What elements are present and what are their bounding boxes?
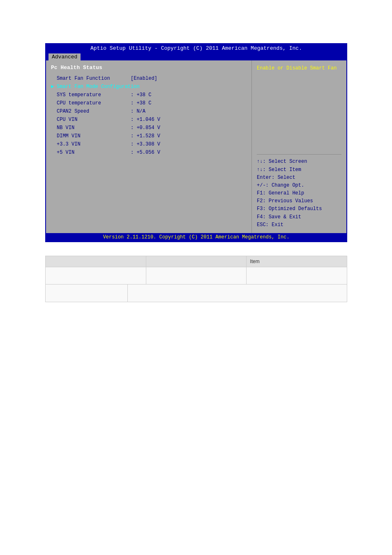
menu-item-5-vin[interactable]: +5 VIN : +5.056 V <box>51 149 247 156</box>
arrow-icon <box>51 141 55 148</box>
item-value: : +1.046 V <box>131 116 160 123</box>
table-data-cell-1-3 <box>247 267 347 284</box>
table-header-col3: Item <box>247 256 347 267</box>
menu-item-cpan2-speed[interactable]: CPAN2 Speed : N/A <box>51 108 247 115</box>
table-header-col1 <box>46 256 146 267</box>
table-header-col2 <box>146 256 247 267</box>
item-label: SYS temperature <box>57 91 131 99</box>
below-table: Item <box>45 256 347 302</box>
bios-body: Pc Health Status Smart Fan Function [Ena… <box>46 60 346 233</box>
item-label: Smart Fan Mode Configuration <box>57 83 140 90</box>
table-data-cell-1-2 <box>146 267 247 284</box>
menu-item-smart-fan-mode[interactable]: ► Smart Fan Mode Configuration <box>51 83 247 90</box>
bios-window: Aptio Setup Utility - Copyright (C) 2011… <box>45 43 347 242</box>
arrow-icon <box>51 99 55 107</box>
key-help-f1: F1: General Help <box>257 190 341 197</box>
tab-advanced[interactable]: Advanced <box>48 53 81 60</box>
item-label: CPAN2 Speed <box>57 108 131 115</box>
item-label: Smart Fan Function <box>57 75 131 82</box>
item-value: : +3.308 V <box>131 141 160 148</box>
item-value: : +0.854 V <box>131 124 160 132</box>
key-help-f4: F4: Save & Exit <box>257 213 341 221</box>
item-label: +3.3 VIN <box>57 141 131 148</box>
arrow-icon <box>51 75 55 82</box>
key-help-change-opt: +/-: Change Opt. <box>257 182 341 190</box>
arrow-icon <box>51 124 55 132</box>
menu-item-sys-temp[interactable]: SYS temperature : +38 C <box>51 91 247 99</box>
bios-tab-bar: Advanced <box>46 53 346 60</box>
arrow-icon <box>51 132 55 140</box>
key-help-select-item: ↑↓: Select Item <box>257 166 341 174</box>
key-help-f3: F3: Optimized Defaults <box>257 205 341 213</box>
item-label: +5 VIN <box>57 149 131 156</box>
key-help-f2: F2: Previous Values <box>257 197 341 205</box>
item-value: [Enabled] <box>131 75 157 82</box>
item-label: NB VIN <box>57 124 131 132</box>
menu-item-cpu-temp[interactable]: CPU temperature : +38 C <box>51 99 247 107</box>
menu-item-smart-fan-function[interactable]: Smart Fan Function [Enabled] <box>51 75 247 82</box>
menu-item-dimm-vin[interactable]: DIMM VIN : +1.528 V <box>51 132 247 140</box>
help-text: Enable or Disable Smart Fan <box>257 65 341 72</box>
arrow-icon <box>51 108 55 115</box>
item-value: : N/A <box>131 108 145 115</box>
bios-title: Aptio Setup Utility - Copyright (C) 2011… <box>46 44 346 53</box>
table-header-row: Item <box>46 256 347 267</box>
item-label: DIMM VIN <box>57 132 131 140</box>
bios-right-panel: Enable or Disable Smart Fan ↑↓: Select S… <box>252 60 346 233</box>
menu-item-nb-vin[interactable]: NB VIN : +0.854 V <box>51 124 247 132</box>
bios-left-panel: Pc Health Status Smart Fan Function [Ena… <box>46 60 252 233</box>
key-help-esc: ESC: Exit <box>257 221 341 229</box>
table-data-cell-1-1 <box>46 267 146 284</box>
menu-item-cpu-vin[interactable]: CPU VIN : +1.046 V <box>51 116 247 123</box>
key-help-enter: Enter: Select <box>257 174 341 182</box>
item-value: : +1.528 V <box>131 132 160 140</box>
item-label: CPU VIN <box>57 116 131 123</box>
table-data-cell-2-1 <box>46 284 128 302</box>
arrow-icon: ► <box>51 83 55 90</box>
item-value: : +38 C <box>131 99 151 107</box>
key-help-select-screen: ↑↓: Select Screen <box>257 158 341 166</box>
section-title: Pc Health Status <box>51 65 247 71</box>
arrow-icon <box>51 116 55 123</box>
arrow-icon <box>51 91 55 99</box>
table-data-cell-2-2 <box>128 284 347 302</box>
item-value: : +38 C <box>131 91 151 99</box>
item-label: CPU temperature <box>57 99 131 107</box>
key-help-panel: ↑↓: Select Screen ↑↓: Select Item Enter:… <box>257 154 341 229</box>
arrow-icon <box>51 149 55 156</box>
table-data-row-2 <box>46 284 347 302</box>
table-data-row-1 <box>46 267 347 284</box>
menu-item-33-vin[interactable]: +3.3 VIN : +3.308 V <box>51 141 247 148</box>
item-value: : +5.056 V <box>131 149 160 156</box>
bios-footer: Version 2.11.1210. Copyright (C) 2011 Am… <box>46 233 346 241</box>
